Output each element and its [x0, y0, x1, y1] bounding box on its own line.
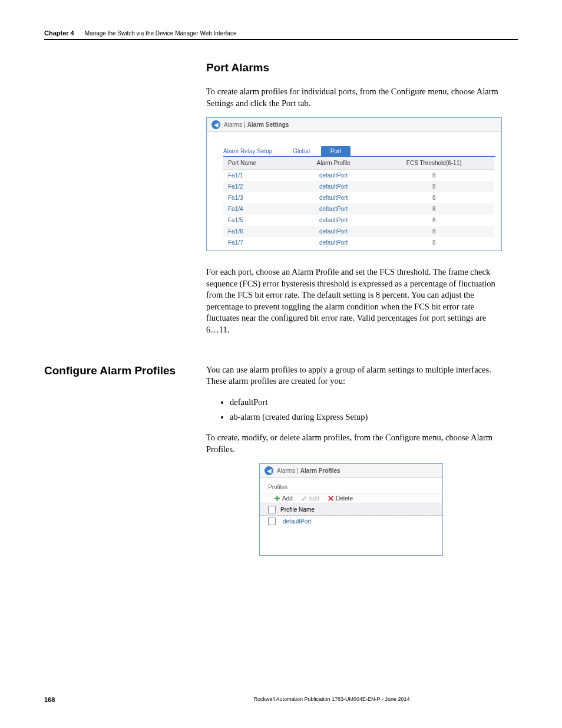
- breadcrumb-sep: |: [297, 467, 299, 474]
- breadcrumb-parent[interactable]: Alarms: [224, 121, 242, 128]
- para-create-modify-delete: To create, modify, or delete alarm profi…: [206, 432, 501, 455]
- cell-port: Fa1/7: [223, 237, 293, 248]
- tab-global[interactable]: Global: [283, 146, 319, 156]
- cell-port: Fa1/3: [223, 192, 293, 203]
- cell-profile: defaultPort: [293, 215, 374, 226]
- cell-fcs: 8: [373, 237, 494, 248]
- cell-profile-name: defaultPort: [283, 518, 311, 525]
- toolbar: Add Edit Delete: [260, 493, 442, 504]
- cell-port: Fa1/1: [223, 170, 293, 182]
- profile-table-header: Profile Name: [260, 504, 442, 516]
- cell-port: Fa1/6: [223, 226, 293, 237]
- col-profile-name[interactable]: Profile Name: [280, 506, 315, 513]
- cell-profile: defaultPort: [293, 181, 374, 192]
- page-footer: 168 Rockwell Automation Publication 1783…: [44, 696, 518, 703]
- section-title-port-alarms: Port Alarms: [206, 61, 518, 74]
- cell-profile: defaultPort: [293, 203, 374, 215]
- breadcrumb-bar: ◀ Alarms | Alarm Profiles: [260, 464, 442, 478]
- cell-fcs: 8: [373, 203, 494, 215]
- cell-fcs: 8: [373, 226, 494, 237]
- cell-fcs: 8: [373, 215, 494, 226]
- table-row[interactable]: Fa1/1defaultPort8: [223, 170, 494, 182]
- table-row[interactable]: Fa1/4defaultPort8: [223, 203, 494, 215]
- cell-port: Fa1/5: [223, 215, 293, 226]
- edit-label: Edit: [309, 495, 319, 502]
- table-row[interactable]: defaultPort: [260, 516, 442, 527]
- chapter-label: Chapter 4: [44, 29, 74, 37]
- svg-rect-1: [275, 498, 280, 499]
- port-table: Port Name Alarm Profile FCS Threshold(6-…: [223, 157, 494, 248]
- para-alarm-profiles-intro: You can use alarm profiles to apply a gr…: [206, 364, 501, 387]
- cell-port: Fa1/4: [223, 203, 293, 215]
- profiles-label: Profiles: [260, 478, 442, 493]
- screenshot-alarm-settings: ◀ Alarms | Alarm Settings Alarm Relay Se…: [206, 117, 502, 251]
- cell-profile: defaultPort: [293, 226, 374, 237]
- cell-fcs: 8: [373, 192, 494, 203]
- col-fcs-threshold[interactable]: FCS Threshold(6-11): [373, 157, 494, 170]
- chapter-desc: Manage the Switch via the Device Manager…: [85, 30, 237, 37]
- publication-info: Rockwell Automation Publication 1783-UM0…: [146, 696, 518, 703]
- para-create-alarm-profiles: To create alarm profiles for individual …: [206, 86, 501, 109]
- breadcrumb-sep: |: [244, 121, 246, 128]
- back-icon[interactable]: ◀: [211, 120, 220, 129]
- col-port-name[interactable]: Port Name: [223, 157, 293, 170]
- tab-bar: Alarm Relay Setup Global Port: [223, 146, 501, 156]
- add-icon: [274, 495, 280, 502]
- list-item: ab-alarm (created during Express Setup): [230, 410, 501, 424]
- screenshot-alarm-profiles: ◀ Alarms | Alarm Profiles Profiles Add E…: [259, 463, 443, 556]
- col-alarm-profile[interactable]: Alarm Profile: [293, 157, 374, 170]
- add-label: Add: [282, 495, 293, 502]
- table-row[interactable]: Fa1/2defaultPort8: [223, 181, 494, 192]
- table-row[interactable]: Fa1/5defaultPort8: [223, 215, 494, 226]
- add-button[interactable]: Add: [274, 495, 293, 502]
- cell-profile: defaultPort: [293, 192, 374, 203]
- list-item: defaultPort: [230, 396, 501, 409]
- cell-profile: defaultPort: [293, 237, 374, 248]
- back-icon[interactable]: ◀: [265, 466, 273, 475]
- delete-icon: [328, 495, 334, 502]
- table-row[interactable]: Fa1/7defaultPort8: [223, 237, 494, 248]
- tab-alarm-relay-setup[interactable]: Alarm Relay Setup: [223, 146, 282, 156]
- breadcrumb-bar: ◀ Alarms | Alarm Settings: [207, 118, 501, 132]
- cell-fcs: 8: [373, 170, 494, 182]
- cell-fcs: 8: [373, 181, 494, 192]
- table-row[interactable]: Fa1/3defaultPort8: [223, 192, 494, 203]
- row-checkbox[interactable]: [268, 518, 276, 525]
- tab-port[interactable]: Port: [321, 146, 351, 156]
- empty-space: [260, 527, 442, 555]
- page-header: Chapter 4 Manage the Switch via the Devi…: [44, 29, 518, 40]
- edit-button[interactable]: Edit: [301, 495, 319, 502]
- breadcrumb-parent[interactable]: Alarms: [277, 467, 295, 474]
- delete-button[interactable]: Delete: [328, 495, 353, 502]
- side-heading-configure-alarm-profiles: Configure Alarm Profiles: [44, 364, 206, 556]
- table-row[interactable]: Fa1/6defaultPort8: [223, 226, 494, 237]
- pencil-icon: [301, 495, 308, 502]
- delete-label: Delete: [336, 495, 353, 502]
- cell-port: Fa1/2: [223, 181, 293, 192]
- cell-profile: defaultPort: [293, 170, 374, 182]
- breadcrumb-current: Alarm Profiles: [300, 467, 340, 474]
- breadcrumb-current: Alarm Settings: [247, 121, 289, 128]
- bullet-list: defaultPort ab-alarm (created during Exp…: [206, 396, 501, 424]
- page-number: 168: [44, 696, 146, 703]
- para-fcs-threshold: For each port, choose an Alarm Profile a…: [206, 266, 501, 335]
- select-all-checkbox[interactable]: [268, 506, 276, 513]
